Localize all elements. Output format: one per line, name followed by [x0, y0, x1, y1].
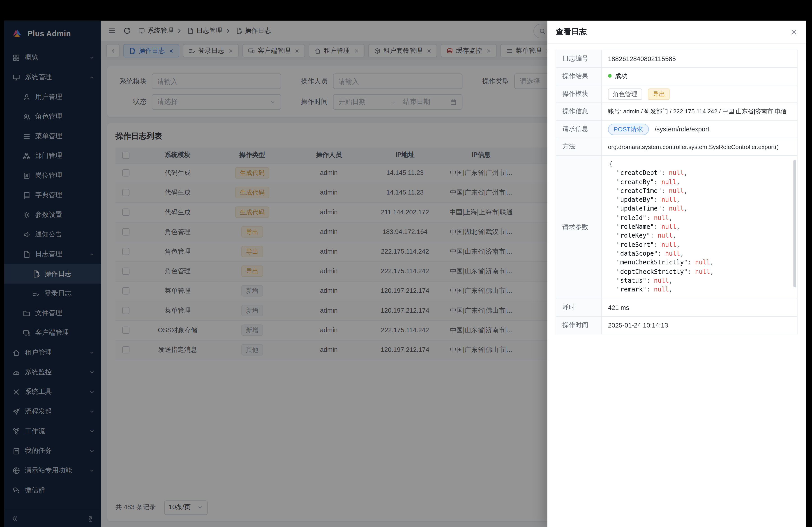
label-method: 方法 [556, 138, 601, 155]
value-info: 账号: admin / 研发部门 / 222.175.114.242 / 中国|… [601, 103, 797, 120]
scrollbar-thumb[interactable] [793, 160, 796, 287]
drawer-title: 查看日志 [556, 27, 587, 37]
value-duration: 421 ms [601, 299, 797, 316]
value-time: 2025-01-24 10:14:13 [601, 316, 797, 334]
request-url: /system/role/export [655, 125, 709, 133]
request-params-json: { "createDept": null, "createBy": null, … [602, 156, 797, 299]
screen: Plus Admin 概览 系统管理 [0, 0, 812, 527]
label-request: 请求信息 [556, 120, 601, 138]
label-duration: 耗时 [556, 299, 601, 316]
post-request-tag: POST请求 [608, 123, 649, 135]
value-result: 成功 [615, 72, 627, 79]
label-params: 请求参数 [556, 155, 601, 299]
label-module: 操作模块 [556, 85, 601, 103]
log-details-table: 日志编号 1882612840802115585 操作结果 成功 操作模块 角色… [556, 49, 798, 334]
module-tag: 角色管理 [608, 88, 642, 100]
operation-tag: 导出 [648, 88, 670, 100]
label-info: 操作信息 [556, 103, 601, 120]
label-result: 操作结果 [556, 67, 601, 85]
view-log-drawer: 查看日志 日志编号 1882612840802115585 操作结果 成功 操作… [548, 21, 806, 527]
value-log-id: 1882612840802115585 [601, 50, 797, 67]
success-dot [608, 74, 611, 77]
value-method: org.dromara.system.controller.system.Sys… [601, 138, 797, 155]
label-log-id: 日志编号 [556, 50, 601, 67]
close-icon[interactable] [791, 28, 798, 35]
label-time: 操作时间 [556, 316, 601, 334]
drawer-body: 日志编号 1882612840802115585 操作结果 成功 操作模块 角色… [548, 44, 806, 527]
drawer-header: 查看日志 [548, 21, 806, 44]
